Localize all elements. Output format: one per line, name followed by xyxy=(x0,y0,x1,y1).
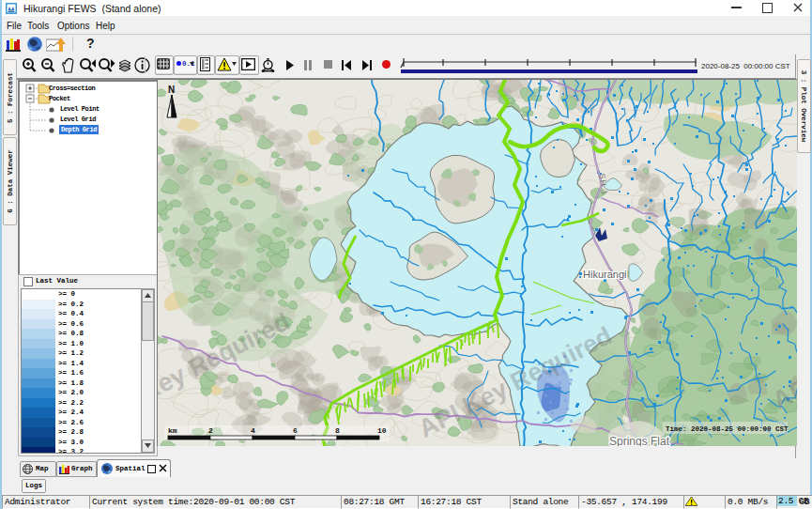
svg-text:2: 2 xyxy=(208,426,213,435)
svg-text:8: 8 xyxy=(335,426,340,435)
svg-text:4: 4 xyxy=(251,426,255,435)
svg-text:10: 10 xyxy=(377,426,387,435)
svg-text:Hikurangi: Hikurangi xyxy=(583,269,626,280)
svg-text:km: km xyxy=(168,426,177,435)
svg-text:N: N xyxy=(168,85,175,95)
svg-text:Springs Flat: Springs Flat xyxy=(609,435,670,446)
svg-text:Time: 2020-08-25 00:00:00 CST: Time: 2020-08-25 00:00:00 CST xyxy=(666,425,789,433)
svg-text:6: 6 xyxy=(293,426,298,435)
